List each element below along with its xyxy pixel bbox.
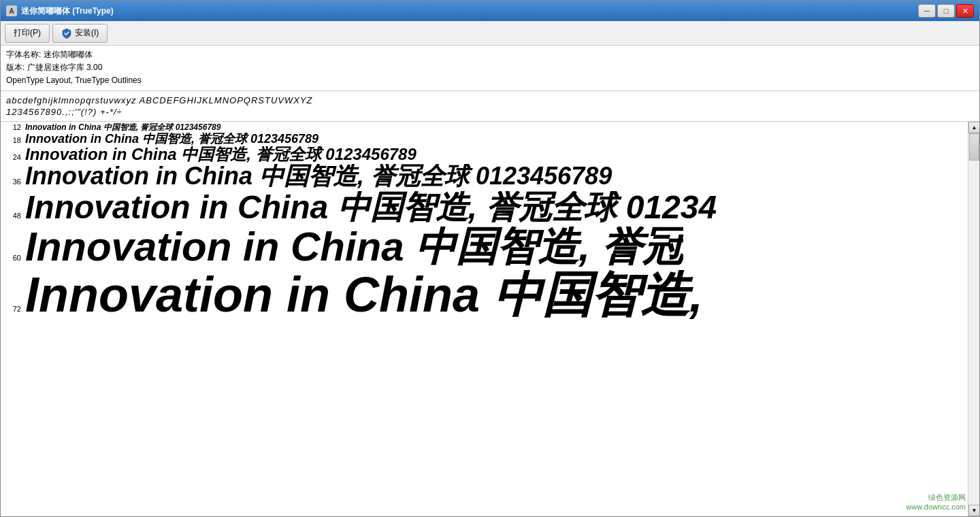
watermark: 绿色资源网 www.downcc.com <box>906 493 966 511</box>
main-window: A 迷你简嘟嘟体 (TrueType) ─ □ ✕ 打印(P) 安装(I) 字体… <box>0 0 980 517</box>
demo-text: Innovation in China 中国智造, 誉冠全球 012345678… <box>25 123 220 131</box>
demo-row: 72Innovation in China 中国智造, <box>6 270 962 319</box>
watermark-url: www.downcc.com <box>906 503 966 511</box>
size-label: 60 <box>6 254 21 262</box>
app-icon: A <box>6 5 17 16</box>
size-label: 12 <box>6 124 21 131</box>
size-label: 18 <box>6 137 21 144</box>
info-area: 字体名称: 迷你简嘟嘟体 版本: 广捷居迷你字库 3.00 OpenType L… <box>1 46 979 91</box>
scroll-down-button[interactable]: ▼ <box>968 505 979 516</box>
size-label: 72 <box>6 305 21 313</box>
title-bar-left: A 迷你简嘟嘟体 (TrueType) <box>6 5 114 17</box>
window-controls: ─ □ ✕ <box>918 4 974 18</box>
demo-text: Innovation in China 中国智造, 誉冠全球 012345678… <box>25 164 612 188</box>
type-info: OpenType Layout, TrueType Outlines <box>6 74 974 87</box>
demo-text: Innovation in China 中国智造, 誉冠 <box>25 227 683 267</box>
version-info: 版本: 广捷居迷你字库 3.00 <box>6 61 974 74</box>
demo-text: Innovation in China 中国智造, 誉冠全球 01234 <box>25 191 717 224</box>
scroll-thumb[interactable] <box>969 133 979 161</box>
demo-text: Innovation in China 中国智造, 誉冠全球 012345678… <box>25 133 318 145</box>
minimize-button[interactable]: ─ <box>918 4 936 18</box>
close-button[interactable]: ✕ <box>956 4 974 18</box>
maximize-button[interactable]: □ <box>937 4 955 18</box>
install-button[interactable]: 安装(I) <box>52 24 108 43</box>
watermark-site: 绿色资源网 <box>906 493 966 503</box>
demo-row: 48Innovation in China 中国智造, 誉冠全球 01234 <box>6 191 962 224</box>
demo-area: 12Innovation in China 中国智造, 誉冠全球 0123456… <box>1 122 979 516</box>
numbers-row: 1234567890.,:;'"(!?) +-*/÷ <box>6 107 974 117</box>
char-preview-area: abcdefghijklmnopqrstuvwxyz ABCDEFGHIJKLM… <box>1 91 979 122</box>
toolbar: 打印(P) 安装(I) <box>1 21 979 46</box>
title-bar: A 迷你简嘟嘟体 (TrueType) ─ □ ✕ <box>1 1 979 21</box>
demo-row: 12Innovation in China 中国智造, 誉冠全球 0123456… <box>6 123 962 131</box>
print-button[interactable]: 打印(P) <box>5 24 50 43</box>
demo-row: 18Innovation in China 中国智造, 誉冠全球 0123456… <box>6 133 962 145</box>
size-label: 48 <box>6 212 21 220</box>
demo-text: Innovation in China 中国智造, <box>25 270 703 319</box>
scroll-up-button[interactable]: ▲ <box>968 122 979 133</box>
scrollbar[interactable]: ▲ ▼ <box>968 122 979 516</box>
font-name-info: 字体名称: 迷你简嘟嘟体 <box>6 48 974 61</box>
install-icon <box>61 28 72 39</box>
install-label: 安装(I) <box>75 27 99 39</box>
demo-row: 24Innovation in China 中国智造, 誉冠全球 0123456… <box>6 146 962 163</box>
window-title: 迷你简嘟嘟体 (TrueType) <box>21 5 114 17</box>
demo-row: 60Innovation in China 中国智造, 誉冠 <box>6 227 962 267</box>
demo-text: Innovation in China 中国智造, 誉冠全球 012345678… <box>25 146 416 163</box>
demo-content: 12Innovation in China 中国智造, 誉冠全球 0123456… <box>1 122 979 323</box>
print-label: 打印(P) <box>14 27 41 39</box>
demo-row: 36Innovation in China 中国智造, 誉冠全球 0123456… <box>6 164 962 188</box>
size-label: 24 <box>6 154 21 161</box>
size-label: 36 <box>6 178 21 186</box>
alphabet-row: abcdefghijklmnopqrstuvwxyz ABCDEFGHIJKLM… <box>6 95 974 105</box>
